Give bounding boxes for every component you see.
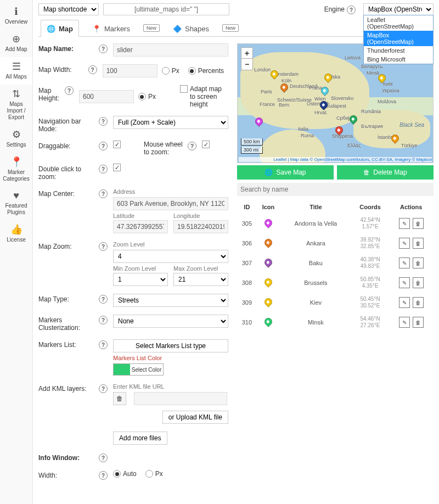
- help-icon[interactable]: ?: [99, 384, 108, 393]
- edit-button[interactable]: ✎: [399, 277, 410, 288]
- zoom-out-button[interactable]: −: [241, 59, 252, 70]
- preview-panel: Black Sea + − 500 km300 mi Leaflet | Map…: [237, 43, 434, 499]
- help-icon[interactable]: ?: [65, 86, 74, 95]
- help-icon[interactable]: ?: [88, 65, 97, 74]
- zoom-select[interactable]: 4: [113, 250, 228, 263]
- sidebar-item[interactable]: ⇅Maps Import / Export: [0, 85, 32, 125]
- delete-button[interactable]: 🗑: [413, 317, 424, 328]
- edit-button[interactable]: ✎: [399, 218, 410, 229]
- width-px-radio[interactable]: Px: [162, 67, 179, 75]
- help-icon[interactable]: ?: [99, 295, 108, 304]
- edit-button[interactable]: ✎: [399, 257, 410, 268]
- shortcode-value[interactable]: [103, 3, 229, 15]
- th-id[interactable]: ID: [237, 200, 257, 214]
- draggable-checkbox[interactable]: [113, 141, 121, 148]
- sidebar-item[interactable]: ℹOverview: [0, 2, 32, 30]
- help-icon[interactable]: ?: [99, 165, 108, 173]
- cell-id: 310: [237, 312, 257, 332]
- help-icon[interactable]: ?: [99, 142, 108, 150]
- help-icon[interactable]: ?: [99, 242, 108, 251]
- tab-shapes[interactable]: 🔷Shapes: [167, 20, 215, 36]
- help-icon[interactable]: ?: [99, 471, 108, 480]
- cluster-select[interactable]: None: [113, 315, 228, 328]
- lon-input[interactable]: [173, 220, 228, 233]
- maxzoom-select[interactable]: 21: [173, 273, 228, 286]
- delete-button[interactable]: 🗑: [413, 218, 424, 229]
- help-icon[interactable]: ?: [99, 453, 108, 462]
- help-icon[interactable]: ?: [188, 142, 196, 150]
- sidebar-item[interactable]: ☰All Maps: [0, 57, 32, 85]
- navbar-select[interactable]: Full (Zoom + Scale): [113, 116, 228, 129]
- cell-title: Minsk: [280, 312, 351, 332]
- engine-select[interactable]: MapBox (OpenStreetM: [363, 3, 434, 15]
- help-icon[interactable]: ?: [99, 117, 108, 126]
- topbar: Map shortcode Engine ? MapBox (OpenStree…: [38, 3, 434, 15]
- delete-button[interactable]: 🗑: [413, 238, 424, 249]
- engine-option[interactable]: Leaflet (OpenStreetMap): [364, 15, 433, 31]
- map-width-label: Map Width:: [38, 64, 88, 74]
- edit-button[interactable]: ✎: [399, 238, 410, 249]
- sidebar-icon: ⇅: [12, 88, 20, 100]
- cell-actions: ✎ 🗑: [389, 312, 434, 332]
- help-icon[interactable]: ?: [99, 340, 108, 349]
- delete-map-button[interactable]: 🗑Delete Map: [337, 165, 434, 180]
- help-icon[interactable]: ?: [99, 316, 108, 324]
- delete-button[interactable]: 🗑: [413, 277, 424, 288]
- engine-option[interactable]: Thunderforest: [364, 46, 433, 55]
- cell-actions: ✎ 🗑: [389, 253, 434, 273]
- th-coords[interactable]: Coords: [352, 200, 389, 214]
- height-px-radio[interactable]: Px: [138, 93, 156, 100]
- form-panel: Map Name: ? Map Width: ? Px Percents Map…: [38, 43, 230, 499]
- help-icon[interactable]: ?: [347, 5, 356, 14]
- engine-option[interactable]: MapBox (OpenStreetMap): [364, 31, 433, 46]
- width-auto-radio[interactable]: Auto: [113, 470, 137, 478]
- table-row: 309 Kiev 50.45°N30.52°E ✎ 🗑: [237, 293, 434, 312]
- map-name-input[interactable]: [113, 43, 228, 57]
- adapt-checkbox[interactable]: Adapt map to screen height: [180, 85, 224, 108]
- kml-url-input[interactable]: [134, 392, 227, 405]
- delete-button[interactable]: 🗑: [413, 257, 424, 268]
- tab-markers[interactable]: 📍Markers: [87, 20, 136, 36]
- th-icon[interactable]: Icon: [257, 200, 280, 214]
- sidebar-item[interactable]: ⊕Add Map: [0, 30, 32, 57]
- color-picker-button[interactable]: Select Color: [113, 363, 164, 376]
- cell-icon: [257, 273, 280, 293]
- search-input[interactable]: [237, 183, 434, 196]
- save-map-button[interactable]: 🌐Save Map: [237, 165, 334, 180]
- edit-button[interactable]: ✎: [399, 297, 410, 308]
- shortcode-type-select[interactable]: Map shortcode: [38, 3, 99, 15]
- sidebar-item[interactable]: ⚙Settings: [0, 125, 32, 153]
- maptype-select[interactable]: Streets: [113, 294, 228, 307]
- th-actions[interactable]: Actions: [389, 200, 434, 214]
- address-input[interactable]: [113, 197, 228, 210]
- zoom-in-button[interactable]: +: [241, 48, 252, 59]
- tab-map[interactable]: 🌐Map: [41, 20, 79, 37]
- map-label: Slovensko: [331, 96, 354, 101]
- zoom-sublabel: Zoom Level: [113, 241, 228, 248]
- dblclick-checkbox[interactable]: [113, 164, 121, 171]
- map-height-input[interactable]: [79, 90, 134, 103]
- th-title[interactable]: Title: [280, 200, 351, 214]
- sidebar-item[interactable]: ♥Featured Plugins: [0, 187, 32, 220]
- delete-button[interactable]: 🗑: [413, 297, 424, 308]
- select-markers-list-button[interactable]: Select Markers List type: [113, 339, 228, 352]
- map-label: Roma: [301, 133, 314, 138]
- cell-actions: ✎ 🗑: [389, 214, 434, 233]
- help-icon[interactable]: ?: [99, 189, 108, 198]
- trash-icon[interactable]: 🗑: [113, 392, 126, 405]
- help-icon[interactable]: ?: [99, 44, 108, 53]
- lat-input[interactable]: [113, 220, 168, 233]
- engine-option[interactable]: Bing Microsoft: [364, 55, 433, 64]
- edit-button[interactable]: ✎: [399, 317, 410, 328]
- add-more-files-button[interactable]: Add more files: [113, 432, 167, 445]
- sidebar-item[interactable]: 📍Marker Categories: [0, 153, 32, 187]
- sidebar-item[interactable]: 👍License: [0, 220, 32, 248]
- map-width-input[interactable]: [103, 64, 157, 77]
- map-label: Köln: [282, 78, 291, 83]
- width-percents-radio[interactable]: Percents: [188, 67, 224, 75]
- upload-kml-button[interactable]: or Upload KML file: [162, 411, 228, 424]
- minzoom-select[interactable]: 1: [113, 273, 168, 286]
- width-px-radio[interactable]: Px: [145, 470, 163, 478]
- mousewheel-checkbox[interactable]: [202, 141, 210, 148]
- kml-url-sublabel: Enter KML file URL: [113, 383, 228, 390]
